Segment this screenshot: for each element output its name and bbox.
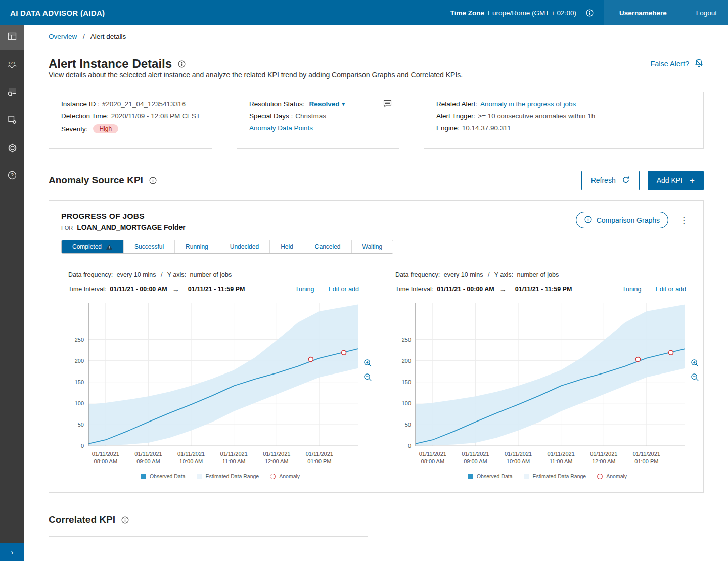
timezone: Time Zone Europe/Rome (GMT + 02:00): [450, 9, 604, 17]
svg-text:01/11/202112:00 AM: 01/11/202112:00 AM: [590, 451, 617, 464]
help-icon: ?: [7, 170, 17, 182]
kpi-folder-name: LOAN_AND_MORTGAGE Folder: [77, 223, 186, 231]
chart-panel-left: Data frequency: every 10 mins / Y axis: …: [49, 261, 376, 492]
page-description: View details about the selected alert in…: [49, 71, 704, 79]
observed-data-swatch: [468, 474, 473, 479]
chart-meta-interval: Time Interval: 01/11/21 - 00:00 AM → 01/…: [64, 285, 376, 293]
time-interval-from: 01/11/21 - 00:00 AM: [110, 286, 167, 293]
comparison-info-icon: [584, 216, 592, 225]
sidebar-item-settings[interactable]: [0, 136, 24, 161]
refresh-button[interactable]: Refresh: [581, 171, 640, 190]
related-alert-row: Related Alert: Anomaly in the progress o…: [436, 100, 691, 108]
breadcrumb-overview-link[interactable]: Overview: [49, 33, 77, 40]
svg-text:50: 50: [78, 422, 84, 428]
correlated-kpi-info-icon[interactable]: [121, 516, 129, 524]
kpi-for-label: FOR: [61, 225, 73, 231]
resolution-status-dropdown[interactable]: Resolved ▾: [309, 100, 345, 108]
tab-undecided[interactable]: Undecided: [219, 240, 270, 253]
related-alert-link[interactable]: Anomaly in the progress of jobs: [480, 100, 576, 108]
app-title: AI DATA ADVISOR (AIDA): [10, 9, 105, 17]
chevron-down-icon: ▾: [342, 101, 345, 107]
svg-text:200: 200: [402, 358, 411, 364]
comparison-graphs-label: Comparison Graphs: [597, 216, 660, 224]
anomaly-source-kpi-info-icon[interactable]: [149, 177, 157, 184]
chart-legend: Observed Data Estimated Data Range Anoma…: [64, 473, 376, 479]
tuning-link[interactable]: Tuning: [295, 286, 314, 293]
time-interval-label: Time Interval:: [68, 286, 106, 293]
time-interval-from: 01/11/21 - 00:00 AM: [437, 286, 494, 293]
observed-data-label: Observed Data: [477, 473, 513, 479]
estimated-range-label: Estimated Data Range: [206, 473, 259, 479]
svg-text:250: 250: [402, 337, 411, 343]
zoom-out-icon[interactable]: [363, 373, 372, 382]
edit-or-add-link[interactable]: Edit or add: [656, 286, 686, 293]
tuning-link[interactable]: Tuning: [622, 286, 642, 293]
tab-held[interactable]: Held: [270, 240, 304, 253]
svg-text:150: 150: [75, 379, 84, 385]
kpi-status-tabs: CompletedSuccessfulRunningUndecidedHeldC…: [61, 240, 393, 254]
y-axis-label: Y axis:: [494, 271, 513, 278]
anomaly-swatch: [270, 474, 276, 479]
edit-or-add-link[interactable]: Edit or add: [329, 286, 359, 293]
kebab-menu-icon[interactable]: ⋮: [676, 215, 691, 226]
refresh-icon: [622, 176, 630, 185]
correlated-kpi-card: [49, 536, 368, 561]
comparison-graphs-button[interactable]: Comparison Graphs: [576, 212, 668, 228]
sidebar-item-engine[interactable]: [0, 109, 24, 133]
main-content: Overview / Alert details Alert Instance …: [24, 33, 728, 561]
instance-id-value: #2020_21_04_1235413316: [102, 100, 186, 108]
comment-icon[interactable]: [383, 100, 392, 110]
false-alert-label: False Alert?: [650, 60, 689, 68]
y-axis-value: number of jobs: [190, 271, 232, 278]
sidebar-expand-button[interactable]: ›: [0, 543, 24, 561]
false-alert-button[interactable]: False Alert?: [650, 58, 704, 69]
svg-text:01/11/202112:00 AM: 01/11/202112:00 AM: [263, 451, 290, 464]
svg-text:01/11/202109:00 AM: 01/11/202109:00 AM: [462, 451, 489, 464]
sidebar-item-dashboard[interactable]: [0, 25, 24, 50]
tab-canceled[interactable]: Canceled: [304, 240, 352, 253]
timezone-info-icon[interactable]: [586, 9, 594, 17]
username-menu[interactable]: Usernamehere: [619, 9, 667, 17]
tab-completed[interactable]: Completed: [62, 240, 124, 253]
sidebar-item-kpis[interactable]: 123: [0, 53, 24, 77]
anomaly-data-points-link[interactable]: Anomaly Data Points: [249, 124, 313, 132]
y-axis-label: Y axis:: [167, 271, 186, 278]
logout-button[interactable]: Logout: [696, 9, 717, 17]
top-bar-right: Time Zone Europe/Rome (GMT + 02:00) User…: [450, 0, 728, 25]
kpi-line-chart: 05010015020025001/11/202108:00 AM01/11/2…: [64, 300, 360, 471]
alert-trigger-label: Alert Trigger:: [436, 112, 475, 120]
svg-text:01/11/202110:00 AM: 01/11/202110:00 AM: [177, 451, 205, 464]
breadcrumb-current: Alert details: [90, 33, 126, 40]
anomaly-label: Anomaly: [279, 473, 300, 479]
sidebar-item-alerts[interactable]: [0, 81, 24, 105]
timezone-label: Time Zone: [450, 9, 484, 17]
svg-text:250: 250: [75, 337, 84, 343]
page-title-info-icon[interactable]: [178, 60, 186, 68]
svg-text:?: ?: [11, 173, 14, 178]
dashboard-icon: [7, 31, 17, 43]
sidebar-item-help[interactable]: ?: [0, 164, 24, 189]
breadcrumb-separator: /: [83, 33, 85, 40]
add-kpi-button[interactable]: Add KPI +: [648, 171, 704, 190]
engine-config-icon: [7, 115, 17, 127]
zoom-in-icon[interactable]: [363, 359, 372, 367]
time-interval-label: Time Interval:: [395, 286, 433, 293]
tab-running[interactable]: Running: [175, 240, 219, 253]
zoom-in-icon[interactable]: [691, 359, 699, 367]
instance-id-row: Instance ID : #2020_21_04_1235413316: [61, 100, 200, 108]
alert-trigger-value: >= 10 consecutive anomalies within 1h: [478, 112, 595, 120]
settings-gear-icon: [7, 143, 18, 155]
kpi-name: PROGRESS OF JOBS: [61, 212, 186, 221]
zoom-out-icon[interactable]: [691, 373, 699, 382]
chart-meta-interval: Time Interval: 01/11/21 - 00:00 AM → 01/…: [391, 285, 703, 293]
correlated-kpi-title: Correlated KPI: [49, 514, 115, 525]
y-axis-value: number of jobs: [517, 271, 559, 278]
tab-successful[interactable]: Successful: [124, 240, 175, 253]
svg-text:01/11/202110:00 AM: 01/11/202110:00 AM: [505, 451, 532, 464]
chart-panels: Data frequency: every 10 mins / Y axis: …: [49, 261, 703, 492]
tab-waiting[interactable]: Waiting: [352, 240, 393, 253]
related-alert-card: Related Alert: Anomaly in the progress o…: [424, 92, 704, 149]
svg-text:150: 150: [402, 379, 411, 385]
estimated-range-swatch: [197, 474, 202, 479]
alert-list-icon: [7, 87, 17, 99]
